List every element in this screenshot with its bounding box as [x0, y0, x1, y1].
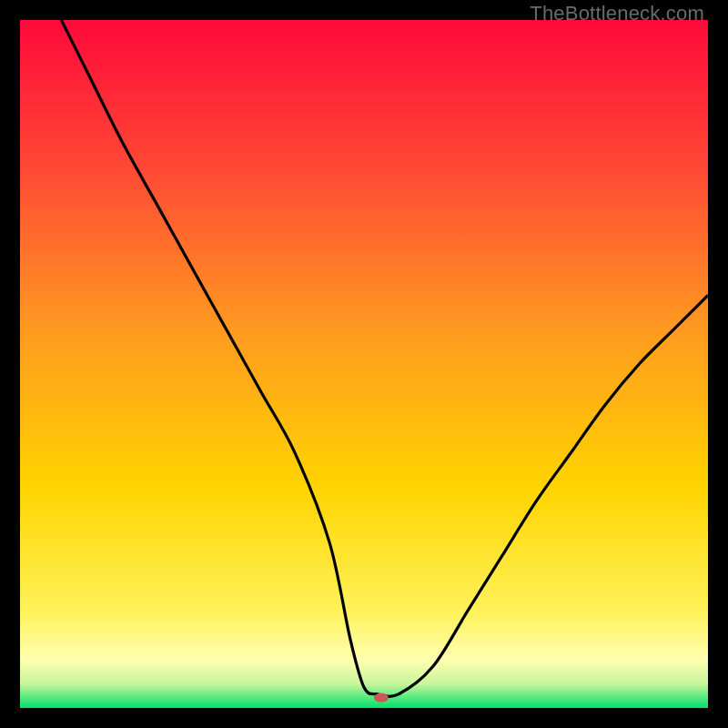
- chart-background: [20, 20, 708, 708]
- chart-frame: [20, 20, 708, 708]
- min-marker: [374, 693, 389, 703]
- watermark-text: TheBottleneck.com: [530, 2, 704, 25]
- chart-svg: [20, 20, 708, 708]
